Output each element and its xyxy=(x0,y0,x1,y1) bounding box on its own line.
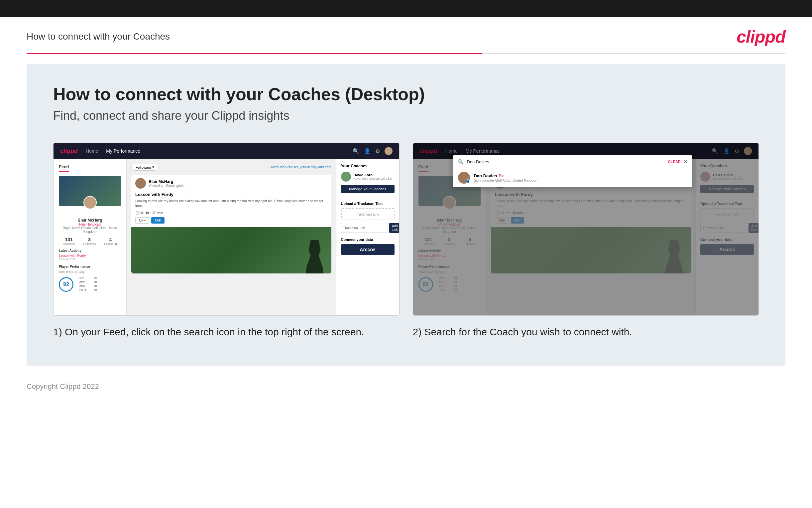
profile-photo-area xyxy=(59,176,121,206)
perf-subtitle-1: Total Player Quality xyxy=(59,270,121,274)
profile-icon-nav[interactable]: 👤 xyxy=(364,148,371,154)
arccos-logo-1: Arccos xyxy=(341,244,394,255)
coaches-title-1: Your Coaches xyxy=(341,164,394,168)
lesson-meta-1: Yesterday · Sunningdale xyxy=(149,184,185,187)
footer: Copyright Clippd 2022 xyxy=(0,376,812,397)
coach-avatar-1 xyxy=(341,172,351,182)
result-name-row: Dan Davies Pro xyxy=(474,173,538,178)
upload-section-1: Upload a Trackman Test Trackman Link Add… xyxy=(341,202,394,233)
perf-title-1: Player Performance xyxy=(59,265,121,268)
top-bar xyxy=(0,0,812,17)
app-screenshot-2: clippd Home My Performance 🔍 👤 ⚙ Feed xyxy=(413,143,759,316)
profile-panel-1: Feed Blair McHarg Plus Handicap Royal No… xyxy=(53,159,127,315)
bar-row-arg: ARG 86 xyxy=(80,285,97,288)
stat-following: 4 Following xyxy=(104,237,117,246)
feed-tab-1[interactable]: Feed xyxy=(59,164,69,172)
upload-title-1: Upload a Trackman Test xyxy=(341,202,394,206)
lesson-card-1: Blair McHarg Yesterday · Sunningdale Les… xyxy=(131,175,331,273)
add-link-btn-1[interactable]: Add Link xyxy=(389,223,399,233)
trackman-input-row-1: Add Link xyxy=(341,223,394,233)
duration-text: 01 hr : 30 min xyxy=(141,211,163,215)
step-label-1: 1) On your Feed, click on the search ico… xyxy=(53,325,399,339)
lesson-name-1: Blair McHarg xyxy=(149,179,185,184)
search-input-display[interactable]: Dan Davies xyxy=(467,159,665,164)
lesson-duration-1: 🕐 01 hr : 30 min xyxy=(131,211,331,217)
connect-section-1: Connect your data Arccos xyxy=(341,238,394,255)
control-link-1[interactable]: Control who can see your activity and da… xyxy=(269,165,331,169)
bar-val-putt: 96 xyxy=(91,288,97,291)
stat-followers: 3 Followers xyxy=(83,237,96,246)
screenshots-row: clippd Home My Performance 🔍 👤 ⚙ Feed xyxy=(53,143,759,339)
lesson-image-1 xyxy=(131,227,331,273)
feed-panel-1: Following ▾ Control who can see your act… xyxy=(127,159,336,315)
app-nav-1: clippd Home My Performance 🔍 👤 ⚙ xyxy=(53,143,399,159)
stat-bars-1: OTT 90 APP xyxy=(80,277,97,292)
search-bar-overlay: 🔍 Dan Davies CLEAR × xyxy=(453,155,692,168)
app-screenshot-1: clippd Home My Performance 🔍 👤 ⚙ Feed xyxy=(53,143,399,316)
profile-stats-1: 131 Activities 3 Followers 4 Following xyxy=(59,237,121,246)
lesson-desc-1: Looking to feel like my hands are exitin… xyxy=(131,199,331,211)
settings-icon-nav[interactable]: ⚙ xyxy=(375,148,380,154)
search-icon-overlay: 🔍 xyxy=(458,159,464,164)
score-circle-1: 92 xyxy=(59,277,74,292)
header: How to connect with your Coaches clippd xyxy=(0,17,812,53)
following-button[interactable]: Following ▾ xyxy=(131,164,158,171)
player-perf-1: Player Performance Total Player Quality … xyxy=(59,265,121,292)
stat-activities: 131 Activities xyxy=(63,237,75,246)
lesson-header-1: Blair McHarg Yesterday · Sunningdale xyxy=(131,175,331,192)
stat-followers-value: 3 xyxy=(83,237,96,242)
search-overlay: 🔍 Dan Davies CLEAR × Dan Davies Pro Sun xyxy=(453,155,692,187)
follow-bar-1: Following ▾ Control who can see your act… xyxy=(131,164,331,171)
search-icon-nav[interactable]: 🔍 xyxy=(353,148,359,154)
main-heading: How to connect with your Coaches (Deskto… xyxy=(53,84,759,104)
trackman-placeholder-1: Trackman Link xyxy=(341,208,394,220)
app-button[interactable]: APP xyxy=(151,217,164,223)
off-button[interactable]: OFF xyxy=(135,217,149,223)
close-overlay-button[interactable]: × xyxy=(684,159,687,165)
search-result-1[interactable]: Dan Davies Pro Sunningdale Golf Club, Un… xyxy=(453,168,692,187)
main-content: How to connect with your Coaches (Deskto… xyxy=(27,64,785,366)
profile-handicap-1: Plus Handicap xyxy=(59,222,121,226)
profile-name-1: Blair McHarg xyxy=(59,218,121,222)
trackman-input-1[interactable] xyxy=(341,223,388,233)
nav-logo-1: clippd xyxy=(60,148,78,155)
result-info-1: Dan Davies Pro Sunningdale Golf Club, Un… xyxy=(474,173,538,182)
app-body-1: Feed Blair McHarg Plus Handicap Royal No… xyxy=(53,159,399,315)
page-title: How to connect with your Coaches xyxy=(27,31,170,42)
step-label-2: 2) Search for the Coach you wish to conn… xyxy=(413,325,759,339)
step2-text: 2) Search for the Coach you wish to conn… xyxy=(413,326,632,337)
manage-coaches-btn-1[interactable]: Manage Your Coaches xyxy=(341,185,394,193)
nav-link-performance[interactable]: My Performance xyxy=(106,149,140,154)
coach-name-1: David Ford xyxy=(354,173,392,177)
lesson-actions-1: OFF APP xyxy=(131,217,331,227)
result-club-1: Sunningdale Golf Club, United Kingdom xyxy=(474,178,538,182)
stat-activities-label: Activities xyxy=(63,242,75,246)
following-chevron: ▾ xyxy=(152,165,154,169)
copyright-text: Copyright Clippd 2022 xyxy=(27,382,99,390)
stat-activities-value: 131 xyxy=(63,237,75,242)
clear-button[interactable]: CLEAR xyxy=(668,160,681,164)
clock-icon: 🕐 xyxy=(135,211,140,215)
bar-val-arg: 86 xyxy=(91,285,97,288)
golfer-silhouette-1 xyxy=(305,240,325,273)
bar-row-app: APP 85 xyxy=(80,281,97,284)
coaches-panel-1: Your Coaches David Ford Royal North Devo… xyxy=(336,159,399,315)
step1-text: 1) On your Feed, click on the search ico… xyxy=(53,326,364,337)
following-label: Following xyxy=(136,165,151,169)
lesson-title-1: Lesson with Fordy xyxy=(131,192,331,199)
stat-following-label: Following xyxy=(104,242,117,246)
user-avatar-nav[interactable] xyxy=(385,147,392,155)
result-avatar-1 xyxy=(458,172,470,184)
activity-link-1[interactable]: Lesson with Fordy xyxy=(59,254,121,257)
header-divider xyxy=(27,53,785,54)
bar-val-app: 85 xyxy=(91,281,97,284)
bar-label-putt: PUTT xyxy=(80,288,89,291)
coach-item-1: David Ford Royal North Devon Golf Club xyxy=(341,172,394,182)
coach-club-1: Royal North Devon Golf Club xyxy=(354,177,392,180)
nav-link-home[interactable]: Home xyxy=(86,149,98,154)
clippd-logo: clippd xyxy=(736,27,785,47)
result-tag-1: Pro xyxy=(499,174,505,178)
profile-avatar-1 xyxy=(84,196,97,209)
stat-following-value: 4 xyxy=(104,237,117,242)
bar-label-app: APP xyxy=(80,281,89,284)
